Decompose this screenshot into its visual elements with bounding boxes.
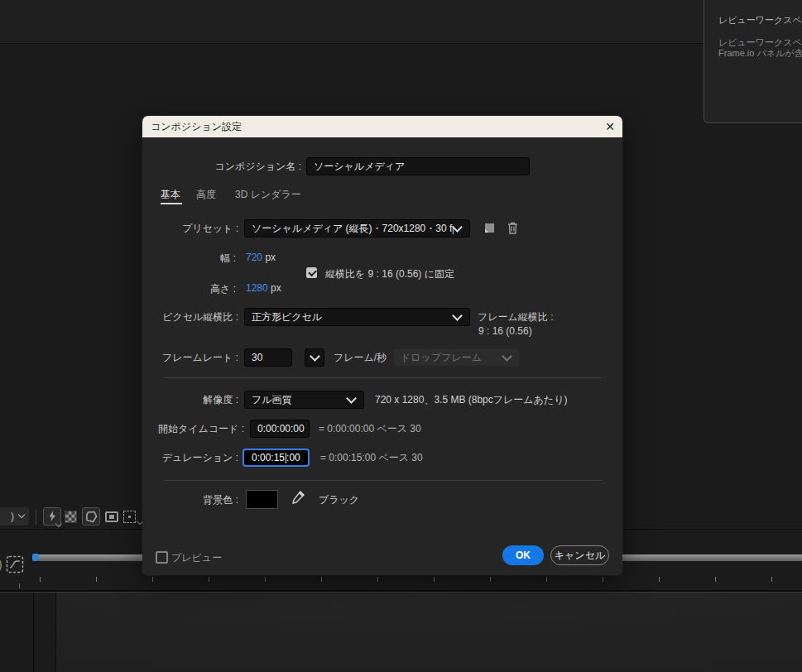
resolution-info: 720 x 1280、3.5 MB (8bpcフレームあたり) [375, 393, 567, 407]
duration-label: デュレーション : [142, 451, 238, 465]
ruler-tick [40, 577, 41, 582]
workspace-panel-title: レビューワークスペース [718, 14, 802, 26]
ruler-tick [659, 577, 660, 582]
save-preset-button[interactable] [483, 222, 496, 238]
cancel-button[interactable]: キャンセル [550, 545, 609, 565]
ruler-tick [490, 577, 491, 582]
frame-rate-dropdown-button[interactable] [305, 348, 324, 367]
workspace-panel-desc-line2: Frame.io パネルが含ま [718, 47, 802, 60]
composition-name-input[interactable]: ソーシャルメディア [306, 157, 530, 175]
mask-visibility-button[interactable] [82, 507, 100, 526]
lightning-icon [47, 511, 57, 522]
timeline-column-divider [55, 593, 56, 672]
ruler-tick [19, 583, 20, 588]
app-window: レビューワークスペース レビューワークスペースに Frame.io パネルが含ま… [0, 0, 802, 672]
graph-editor-icon [6, 555, 24, 574]
trash-icon [507, 221, 519, 235]
close-button[interactable]: ✕ [599, 117, 621, 137]
pixel-aspect-label: ピクセル縦横比 : [142, 310, 238, 324]
target-region-button[interactable] [123, 511, 136, 523]
width-label: 幅 : [142, 252, 236, 266]
delete-preset-button[interactable] [507, 221, 519, 238]
composition-name-label: コンポジション名 : [142, 160, 301, 174]
chevron-down-icon [452, 310, 463, 321]
height-value-row: 1280 px [246, 282, 281, 294]
drop-frame-dropdown: ドロップフレーム [393, 348, 520, 367]
close-icon: ✕ [605, 120, 615, 133]
checkmark-icon [308, 268, 316, 276]
preset-label: プリセット : [142, 222, 238, 236]
ruler-tick [771, 577, 772, 582]
background-color-label: 背景色 : [142, 493, 238, 507]
ruler-tick [321, 577, 322, 582]
timeline-navigator-handle[interactable] [32, 554, 39, 561]
cancel-button-label: キャンセル [555, 549, 605, 563]
zoom-level-dropdown[interactable]: ) [0, 507, 29, 526]
preset-dropdown[interactable]: ソーシャルメディア (縦長)・720x1280・30 fps [244, 219, 470, 238]
background-color-swatch[interactable] [246, 490, 278, 509]
eyedropper-button[interactable] [290, 490, 305, 508]
width-unit: px [265, 252, 276, 263]
chevron-down-icon [55, 521, 62, 527]
resolution-dropdown[interactable]: フル画質 [244, 391, 364, 409]
frame-rate-input[interactable]: 30 [244, 348, 292, 367]
composition-name-value: ソーシャルメディア [314, 160, 405, 174]
width-value[interactable]: 720 [246, 252, 262, 263]
transparency-grid-button[interactable] [65, 511, 77, 523]
frame-rate-value: 30 [252, 352, 262, 363]
duration-value-before-caret: 0:00:15 [252, 452, 285, 463]
ok-button-label: OK [516, 550, 531, 561]
graph-editor-button[interactable] [6, 555, 24, 576]
ok-button[interactable]: OK [502, 545, 544, 565]
ruler-tick [434, 577, 435, 582]
ruler-tick [377, 577, 378, 582]
ruler-tick [265, 577, 266, 582]
chevron-down-icon [18, 511, 25, 518]
preset-value: ソーシャルメディア (縦長)・720x1280・30 fps [252, 222, 454, 236]
ruler-tick [152, 577, 153, 582]
timeline-track-area[interactable] [56, 593, 802, 672]
dialog-title: コンポジション設定 [151, 120, 242, 134]
aspect-lock-checkbox[interactable] [306, 267, 317, 278]
top-toolbar-strip [0, 0, 802, 43]
partial-icon-fragment: ) [0, 558, 2, 571]
resolution-value: フル画質 [252, 393, 292, 407]
timeline-column-divider [33, 593, 34, 672]
tab-advanced[interactable]: 高度 [196, 188, 216, 202]
top-divider [0, 43, 704, 44]
chevron-down-icon [310, 351, 320, 362]
region-of-interest-button[interactable] [105, 511, 118, 522]
dialog-titlebar[interactable]: コンポジション設定 [142, 116, 622, 137]
start-timecode-value: 0:00:00:00 [257, 423, 305, 434]
duration-equals: = 0:00:15:00 ベース 30 [320, 451, 423, 465]
tab-3d-renderer[interactable]: 3D レンダラー [235, 188, 301, 202]
duration-input[interactable]: 0:00:15:00 [243, 449, 310, 467]
section-divider [163, 377, 602, 378]
height-value[interactable]: 1280 [246, 282, 268, 294]
aspect-lock-label: 縦横比を 9 : 16 (0.56) に固定 [325, 267, 454, 281]
ruler-tick [546, 577, 547, 582]
fast-previews-button[interactable] [43, 507, 61, 526]
region-of-interest-inner [109, 515, 114, 519]
preview-checkbox[interactable] [156, 551, 168, 564]
height-label: 高さ : [142, 282, 236, 296]
drop-frame-value: ドロップフレーム [401, 351, 482, 365]
frame-aspect-label: フレーム縦横比 : [478, 310, 554, 324]
frame-aspect-value: 9 : 16 (0.56) [478, 325, 532, 337]
zoom-level-partial: ) [11, 511, 14, 522]
ruler-tick [209, 577, 209, 582]
resolution-label: 解像度 : [142, 393, 238, 407]
tab-basic[interactable]: 基本 [161, 188, 180, 202]
pixel-aspect-dropdown[interactable]: 正方形ピクセル [244, 308, 470, 326]
duration-value-after-caret: :00 [286, 452, 300, 463]
ruler-tick [96, 577, 97, 582]
frame-rate-label: フレームレート : [142, 351, 238, 365]
start-timecode-input[interactable]: 0:00:00:00 [250, 420, 310, 438]
chevron-down-icon [346, 393, 357, 404]
frame-rate-unit: フレーム/秒 [334, 351, 387, 365]
chevron-down-icon [502, 351, 512, 362]
height-unit: px [271, 282, 281, 294]
target-center-dot [128, 516, 131, 518]
ruler-tick [715, 577, 716, 582]
width-value-row: 720 px [246, 252, 276, 263]
